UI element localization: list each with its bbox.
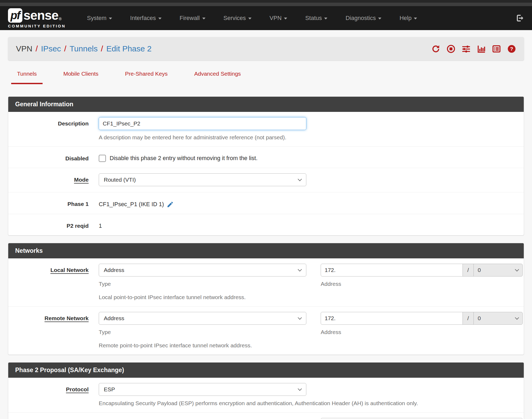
window-top-strip-2 (0, 3, 532, 6)
general-information-panel: General Information Description A descri… (8, 96, 524, 235)
tab-advanced-settings[interactable]: Advanced Settings (188, 71, 247, 84)
help-circle-icon[interactable]: ? (507, 44, 516, 53)
remote-network-label: Remote Network (44, 315, 89, 321)
protocol-select[interactable]: ESP (99, 383, 306, 396)
pencil-icon[interactable] (167, 201, 174, 208)
local-network-mask-select[interactable]: 0 (473, 264, 523, 276)
list-icon[interactable] (492, 44, 501, 53)
registered-mark: ® (59, 17, 61, 21)
remote-network-mask-select[interactable]: 0 (473, 312, 523, 325)
window-top-strip (0, 0, 532, 3)
remote-network-type-select[interactable]: Address (99, 312, 306, 325)
chevron-down-icon (298, 177, 302, 181)
chevron-down-icon (414, 18, 417, 19)
remote-network-slash-addon: / (463, 312, 474, 325)
panel-title-phase2-proposal: Phase 2 Proposal (SA/Key Exchange) (8, 363, 524, 378)
local-network-slash-addon: / (463, 264, 474, 276)
menu-system-label: System (87, 15, 106, 22)
aes-bits-select[interactable]: 256 bits (321, 418, 523, 419)
chart-bar-icon[interactable] (477, 44, 486, 53)
row-encryption-aes: Encryption Algorithms AES 256 b (8, 413, 524, 419)
remote-network-type-value: Address (104, 315, 124, 322)
disabled-checkbox[interactable] (99, 155, 106, 162)
remote-network-type-sublabel: Type (99, 329, 306, 335)
menu-diagnostics[interactable]: Diagnostics (345, 15, 381, 22)
mode-select-value: Routed (VTI) (104, 177, 136, 183)
local-network-address-input[interactable] (321, 264, 463, 276)
sliders-icon[interactable] (462, 44, 471, 53)
menu-services-label: Services (224, 15, 246, 22)
menu-help[interactable]: Help (399, 15, 417, 22)
top-navbar: pf sense ® COMMUNITY EDITION System Inte… (0, 6, 532, 30)
chevron-down-icon (284, 18, 287, 19)
description-help: A description may be entered here for ad… (99, 134, 523, 141)
protocol-select-value: ESP (104, 386, 115, 393)
phase2-proposal-panel: Phase 2 Proposal (SA/Key Exchange) Proto… (8, 362, 524, 419)
phase1-value: CF1_IPsec_P1 (IKE ID 1) (99, 201, 164, 208)
disabled-checkbox-label: Disable this phase 2 entry without remov… (110, 155, 258, 162)
networks-panel: Networks Local Network Address Type / (8, 243, 524, 355)
breadcrumb-separator: / (36, 44, 38, 53)
p2reqid-value: 1 (99, 223, 102, 229)
chevron-down-icon (324, 18, 327, 19)
menu-status[interactable]: Status (305, 15, 327, 22)
local-network-address-sublabel: Address (321, 281, 523, 287)
menu-system[interactable]: System (87, 15, 112, 22)
row-description: Description A description may be entered… (8, 112, 524, 147)
redo-icon[interactable] (431, 44, 440, 53)
protocol-help: Encapsulating Security Payload (ESP) per… (99, 400, 523, 406)
breadcrumb-separator: / (64, 44, 66, 53)
row-remote-network: Remote Network Address Type / 0 (8, 307, 524, 355)
row-phase1: Phase 1 CF1_IPsec_P1 (IKE ID 1) (8, 192, 524, 214)
pf-logo-box: pf (8, 8, 22, 23)
chevron-down-icon (298, 387, 302, 391)
pfsense-logo[interactable]: pf sense ® COMMUNITY EDITION (8, 8, 66, 28)
chevron-down-icon (202, 18, 205, 19)
chevron-down-icon (298, 267, 302, 271)
menu-status-label: Status (305, 15, 322, 22)
breadcrumb-bar: VPN / IPsec / Tunnels / Edit Phase 2 (8, 37, 524, 60)
row-disabled: Disabled Disable this phase 2 entry with… (8, 147, 524, 168)
row-local-network: Local Network Address Type / 0 (8, 258, 524, 307)
description-input[interactable] (99, 117, 306, 130)
local-network-mask-value: 0 (478, 267, 481, 273)
mode-select[interactable]: Routed (VTI) (99, 173, 306, 186)
main-menu: System Interfaces Firewall Services VPN … (87, 15, 417, 22)
svg-text:?: ? (510, 46, 513, 52)
menu-interfaces[interactable]: Interfaces (130, 15, 162, 22)
chevron-down-icon (248, 18, 251, 19)
remote-network-address-input[interactable] (321, 312, 463, 325)
stop-circle-icon[interactable] (447, 44, 455, 53)
menu-interfaces-label: Interfaces (130, 15, 156, 22)
menu-vpn[interactable]: VPN (270, 15, 287, 22)
breadcrumb-separator: / (101, 44, 103, 53)
menu-diagnostics-label: Diagnostics (345, 15, 376, 22)
protocol-label: Protocol (66, 386, 89, 392)
tab-tunnels[interactable]: Tunnels (11, 71, 43, 84)
local-network-type-select[interactable]: Address (99, 264, 306, 276)
local-network-type-value: Address (104, 267, 124, 273)
tab-pre-shared-keys[interactable]: Pre-Shared Keys (119, 71, 174, 84)
menu-firewall-label: Firewall (180, 15, 200, 22)
menu-vpn-label: VPN (270, 15, 282, 22)
p2reqid-label: P2 reqid (8, 219, 96, 229)
menu-firewall[interactable]: Firewall (180, 15, 205, 22)
remote-network-help: Remote point-to-point IPsec interface tu… (99, 342, 523, 349)
menu-services[interactable]: Services (224, 15, 251, 22)
sign-out-icon[interactable] (515, 14, 524, 22)
breadcrumb-vpn: VPN (16, 44, 32, 53)
tab-mobile-clients[interactable]: Mobile Clients (57, 71, 104, 84)
menu-help-label: Help (399, 15, 411, 22)
breadcrumb: VPN / IPsec / Tunnels / Edit Phase 2 (16, 44, 152, 53)
pf-logo-text: pf (10, 9, 20, 22)
breadcrumb-tunnels-link[interactable]: Tunnels (69, 44, 98, 53)
local-network-label: Local Network (50, 267, 89, 273)
local-network-type-sublabel: Type (99, 281, 306, 287)
community-edition-label: COMMUNITY EDITION (8, 24, 66, 28)
breadcrumb-ipsec-link[interactable]: IPsec (41, 44, 61, 53)
chevron-down-icon (515, 315, 519, 320)
breadcrumb-edit-phase2-link[interactable]: Edit Phase 2 (106, 44, 151, 53)
chevron-down-icon (158, 18, 162, 19)
sense-logo-text: sense (23, 8, 58, 23)
remote-network-mask-value: 0 (478, 315, 481, 322)
